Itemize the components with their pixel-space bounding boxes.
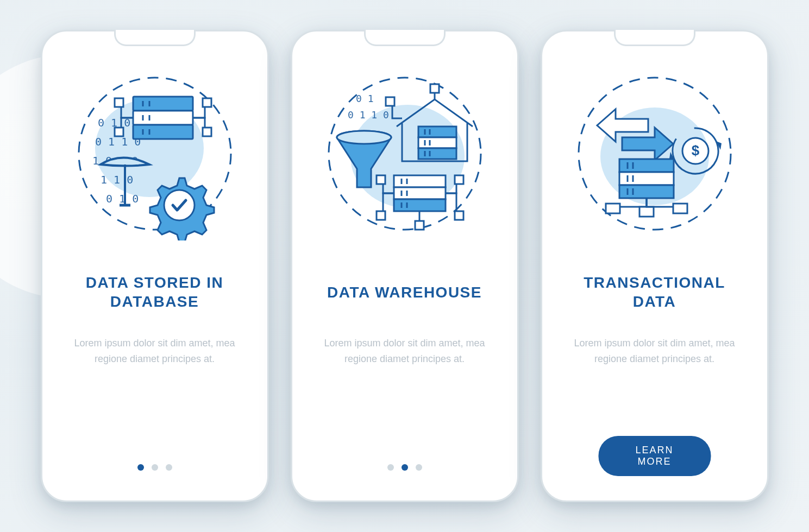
svg-rect-47 — [377, 211, 385, 220]
pagination-dot-1[interactable] — [152, 464, 158, 471]
svg-rect-69 — [673, 204, 687, 213]
svg-text:0 1 1 0: 0 1 1 0 — [348, 109, 389, 121]
phone-notch — [614, 30, 695, 46]
svg-text:$: $ — [691, 142, 699, 159]
svg-point-21 — [164, 190, 195, 220]
svg-rect-67 — [606, 204, 620, 213]
svg-rect-17 — [115, 128, 123, 136]
phone-notch — [364, 30, 446, 46]
onboarding-phone-row: 0 1 0 0 1 1 0 1 0 1 0 1 1 0 0 1 0 — [41, 30, 769, 502]
learn-more-button[interactable]: LEARN MORE — [598, 436, 711, 476]
svg-rect-49 — [455, 211, 463, 220]
svg-text:0 1 0: 0 1 0 — [106, 192, 139, 205]
svg-rect-16 — [115, 98, 123, 107]
svg-text:1 1 0: 1 1 0 — [101, 173, 133, 186]
phone-notch — [114, 30, 196, 46]
svg-rect-52 — [430, 84, 439, 93]
svg-rect-18 — [203, 98, 211, 107]
svg-rect-46 — [377, 175, 385, 184]
card-description: Lorem ipsum dolor sit dim amet, mea regi… — [301, 335, 509, 367]
card-title: TRANSACTIONAL DATA — [551, 270, 758, 314]
onboarding-card-warehouse: 0 1 0 1 1 0 — [291, 30, 519, 502]
onboarding-card-transactional: $ TRANSACTIONAL DATA — [541, 30, 769, 502]
pagination-dot-2[interactable] — [416, 464, 422, 471]
svg-rect-48 — [455, 175, 463, 184]
pagination-dot-1[interactable] — [402, 464, 408, 471]
database-mining-gear-icon: 0 1 0 0 1 1 0 1 0 1 0 1 1 0 0 1 0 — [51, 53, 259, 254]
pagination-dot-2[interactable] — [166, 464, 172, 471]
pagination-dot-0[interactable] — [137, 464, 144, 471]
svg-rect-51 — [386, 97, 394, 106]
svg-rect-68 — [639, 207, 654, 217]
svg-point-36 — [337, 131, 391, 144]
transactional-data-arrows-dollar-icon: $ — [551, 53, 758, 254]
svg-rect-50 — [415, 221, 424, 230]
svg-rect-19 — [203, 128, 211, 136]
pagination-dot-0[interactable] — [387, 464, 394, 471]
data-warehouse-funnel-icon: 0 1 0 1 1 0 — [301, 53, 509, 254]
onboarding-card-database: 0 1 0 0 1 1 0 1 0 1 0 1 1 0 0 1 0 — [41, 30, 269, 502]
pagination-dots — [137, 464, 172, 471]
card-title: DATA STORED IN DATABASE — [51, 270, 259, 314]
svg-text:0 1: 0 1 — [356, 93, 374, 104]
card-description: Lorem ipsum dolor sit dim amet, mea regi… — [551, 335, 758, 367]
pagination-dots — [387, 464, 422, 471]
card-description: Lorem ipsum dolor sit dim amet, mea regi… — [51, 335, 259, 367]
card-title: DATA WAREHOUSE — [311, 270, 498, 314]
